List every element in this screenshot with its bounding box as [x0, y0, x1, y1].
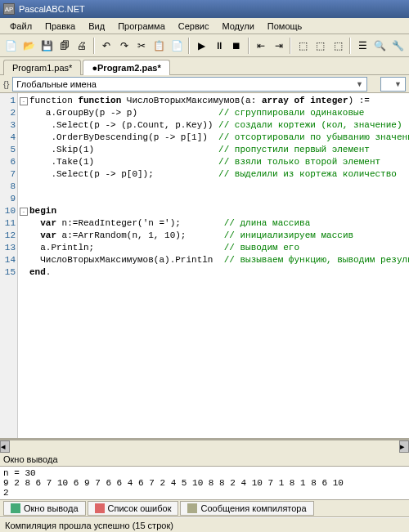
toolbar-button[interactable]: ⏸ — [211, 37, 227, 55]
editor-tab[interactable]: Program1.pas* — [3, 60, 81, 75]
code-line[interactable] — [20, 193, 409, 205]
toolbar-button[interactable]: ⏹ — [229, 37, 245, 55]
toolbar-button[interactable]: ✂ — [133, 37, 150, 55]
toolbar-button[interactable]: 🔧 — [390, 37, 407, 55]
code-line[interactable]: a.Println; // выводим его — [20, 242, 409, 254]
menu-Программа[interactable]: Программа — [111, 20, 172, 33]
toolbar-button[interactable]: ⬚ — [330, 37, 347, 55]
scroll-left-icon[interactable]: ◂ — [0, 440, 10, 453]
tab-icon — [187, 503, 197, 513]
code-line[interactable]: .OrderByDescending(p -> p[1]) // отсорти… — [20, 132, 409, 144]
namespace-dropdown[interactable]: Глобальные имена ▼ — [12, 77, 366, 92]
line-gutter: 123456789101112131415 — [0, 93, 18, 438]
status-text: Компиляция прошла успешно (15 строк) — [5, 521, 173, 530]
chevron-down-icon: ▼ — [356, 80, 363, 88]
toolbar-button[interactable]: 🗐 — [56, 37, 73, 55]
toolbar-separator — [93, 38, 95, 54]
code-line[interactable]: -function function ЧислоВторыхМаксимумов… — [20, 95, 409, 107]
editor-tab[interactable]: ●Program2.pas* — [83, 60, 169, 75]
member-dropdown[interactable]: ▼ — [380, 77, 406, 92]
menu-Сервис[interactable]: Сервис — [172, 20, 216, 33]
toolbar-button[interactable]: ↶ — [98, 37, 115, 55]
namespace-icon: {} — [3, 79, 9, 89]
menu-Правка[interactable]: Правка — [38, 20, 82, 33]
code-line[interactable]: .Select(p -> (p.Count, p.Key)) // создал… — [20, 119, 409, 132]
tab-icon — [11, 503, 20, 513]
toolbar-button[interactable]: ⇥ — [271, 37, 287, 55]
title-bar: АР PascalABC.NET — [0, 0, 409, 18]
toolbar-separator — [188, 38, 190, 54]
toolbar-separator — [290, 38, 291, 54]
menu-Модули[interactable]: Модули — [215, 20, 260, 33]
menu-bar: ФайлПравкаВидПрограммаСервисМодулиПомощь — [0, 18, 409, 34]
toolbar-button[interactable]: 📄 — [169, 37, 186, 55]
toolbar-separator — [349, 38, 351, 54]
status-bar: Компиляция прошла успешно (15 строк) — [0, 517, 409, 532]
bottom-tab[interactable]: Окно вывода — [3, 501, 86, 516]
toolbar-button[interactable]: 🔍 — [372, 37, 389, 55]
toolbar-button[interactable]: 💾 — [38, 37, 55, 55]
toolbar-button[interactable]: 📄 — [3, 37, 20, 55]
toolbar-button[interactable]: 📋 — [151, 37, 168, 55]
toolbar-button[interactable]: 📂 — [21, 37, 38, 55]
output-title: Окно вывода — [0, 453, 409, 467]
toolbar-button[interactable]: ⇤ — [253, 37, 269, 55]
toolbar-button[interactable]: ⬚ — [294, 37, 311, 55]
code-line[interactable]: -begin — [20, 205, 409, 217]
window-title: PascalABC.NET — [19, 4, 85, 14]
nav-bar: {} Глобальные имена ▼ ▼ — [0, 75, 409, 93]
tab-bar: Program1.pas*●Program2.pas* — [0, 57, 409, 75]
menu-Файл[interactable]: Файл — [3, 20, 38, 33]
menu-Помощь[interactable]: Помощь — [261, 20, 309, 33]
app-icon: АР — [3, 3, 15, 15]
code-line[interactable]: var n:=ReadInteger('n ='); // длина масс… — [20, 217, 409, 230]
code-line[interactable]: .Take(1) // взяли только второй элемент — [20, 156, 409, 168]
toolbar-button[interactable]: 🖨 — [74, 37, 91, 55]
code-line[interactable]: a.GroupBy(p -> p) // сгруппировали одина… — [20, 107, 409, 119]
chevron-down-icon: ▼ — [394, 80, 402, 88]
bottom-tab-bar: Окно выводаСписок ошибокСообщения компил… — [0, 499, 409, 517]
code-editor[interactable]: 123456789101112131415 -function function… — [0, 93, 409, 440]
tab-label: Окно вывода — [24, 503, 79, 513]
namespace-label: Глобальные имена — [16, 79, 97, 89]
output-panel: Окно вывода n = 30 9 2 8 6 7 10 6 9 7 6 … — [0, 453, 409, 499]
toolbar: 📄📂💾🗐🖨↶↷✂📋📄▶⏸⏹⇤⇥⬚⬚⬚☰🔍🔧 — [0, 34, 409, 57]
tab-icon — [95, 503, 105, 513]
scroll-right-icon[interactable]: ▸ — [399, 440, 409, 453]
tab-label: Сообщения компилятора — [200, 503, 306, 513]
toolbar-button[interactable]: ☰ — [354, 37, 371, 55]
code-line[interactable]: var a:=ArrRandom(n, 1, 10); // инициализ… — [20, 230, 409, 242]
horizontal-scrollbar[interactable]: ◂ ▸ — [0, 440, 409, 453]
toolbar-separator — [248, 38, 249, 54]
code-line[interactable]: ЧислоВторыхМаксимумов(a).Println // вызы… — [20, 254, 409, 266]
code-line[interactable] — [20, 181, 409, 193]
bottom-tab[interactable]: Сообщения компилятора — [180, 501, 313, 516]
toolbar-button[interactable]: ↷ — [116, 37, 133, 55]
toolbar-button[interactable]: ⬚ — [312, 37, 329, 55]
menu-Вид[interactable]: Вид — [82, 20, 111, 33]
output-body[interactable]: n = 30 9 2 8 6 7 10 6 9 7 6 6 4 6 7 2 4 … — [0, 467, 409, 499]
code-line[interactable]: .Skip(1) // пропустили первый элемент — [20, 144, 409, 156]
code-line[interactable]: .Select(p -> p[0]); // выделили из корте… — [20, 168, 409, 181]
code-body[interactable]: -function function ЧислоВторыхМаксимумов… — [18, 93, 409, 438]
toolbar-button[interactable]: ▶ — [193, 37, 209, 55]
bottom-tab[interactable]: Список ошибок — [88, 501, 179, 516]
code-line[interactable]: end. — [20, 266, 409, 279]
tab-label: Список ошибок — [108, 503, 172, 513]
